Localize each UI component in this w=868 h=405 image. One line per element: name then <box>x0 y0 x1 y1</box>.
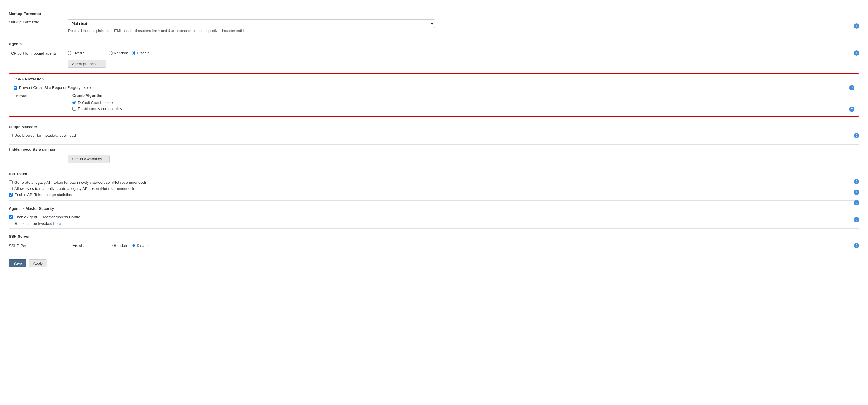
agent-master-help-icon[interactable]: ? <box>854 217 859 223</box>
default-crumb-row: Default Crumb Issuer <box>72 100 846 106</box>
plugin-manager-control: Use browser for metadata download <box>9 132 859 138</box>
settings-page: Markup Formatter Markup Formatter Plain … <box>0 0 868 273</box>
ssh-disable-option[interactable]: Disable <box>132 243 149 248</box>
proxy-compat-checkbox[interactable] <box>72 107 76 111</box>
security-warnings-spacer <box>9 155 68 156</box>
agent-master-row: Enable Agent → Master Access Control Rul… <box>9 212 859 227</box>
plugin-manager-help-icon[interactable]: ? <box>854 133 859 138</box>
csrf-prevent-control: Prevent Cross Site Request Forgery explo… <box>13 85 855 91</box>
ssh-random-radio[interactable] <box>109 244 113 247</box>
ssh-fixed-radio[interactable] <box>68 244 71 247</box>
api-token-help-icon-2[interactable]: ? <box>854 190 859 195</box>
markup-formatter-help-icon[interactable]: ? <box>854 24 859 29</box>
divider-1 <box>9 36 859 36</box>
agents-tcp-help-icon[interactable]: ? <box>854 50 859 56</box>
agent-master-checkbox-row: Enable Agent → Master Access Control <box>9 214 850 220</box>
markup-formatter-row: Markup Formatter Plain text HTML SafeHTM… <box>9 18 859 35</box>
agents-random-option[interactable]: Random <box>109 51 128 55</box>
divider-6 <box>9 200 859 201</box>
api-stats-label[interactable]: Enable API Token usage statistics <box>14 193 72 197</box>
agents-disable-option[interactable]: Disable <box>132 51 149 55</box>
agents-protocols-spacer <box>9 60 68 61</box>
agents-tcp-control: Fixed : Random Disable <box>68 49 859 56</box>
agents-protocols-control: Agent protocols... <box>68 60 859 68</box>
ssh-disable-label: Disable <box>136 243 149 248</box>
agent-master-label[interactable]: Enable Agent → Master Access Control <box>14 215 82 219</box>
proxy-compat-label[interactable]: Enable proxy compatibility <box>78 106 122 111</box>
agents-fixed-option[interactable]: Fixed : <box>68 51 84 55</box>
ssh-port-control: Fixed : Random Disable <box>68 242 859 249</box>
bottom-buttons-row: Save Apply <box>9 257 859 267</box>
default-crumb-label[interactable]: Default Crumb Issuer <box>78 100 114 105</box>
security-warnings-button[interactable]: Security warnings... <box>68 155 110 163</box>
apply-button[interactable]: Apply <box>29 260 47 267</box>
csrf-prevent-help-icon[interactable]: ? <box>849 85 855 90</box>
plugin-manager-section-title: Plugin Manager <box>9 122 859 131</box>
ssh-random-label: Random <box>114 243 128 248</box>
rules-link[interactable]: here <box>54 221 61 226</box>
hidden-security-section-title: Hidden security warnings <box>9 144 859 153</box>
markup-formatter-hint: Treats all input as plain text. HTML uns… <box>68 29 859 33</box>
api-legacy-checkbox[interactable] <box>9 180 12 184</box>
api-manual-checkbox-row: Allow users to manually create a legacy … <box>9 185 850 192</box>
markup-formatter-label: Markup Formatter <box>9 20 68 24</box>
api-token-section-title: API Token <box>9 169 859 178</box>
agents-protocols-row: Agent protocols... <box>9 58 859 70</box>
use-browser-checkbox-row: Use browser for metadata download <box>9 132 850 138</box>
agents-random-label: Random <box>114 51 128 55</box>
agent-master-checkbox[interactable] <box>9 215 12 219</box>
api-token-help-icon-1[interactable]: ? <box>854 179 859 184</box>
agents-random-radio[interactable] <box>109 51 113 55</box>
crumb-algorithm-section: Crumb Algorithm Default Crumb Issuer Ena… <box>72 93 846 112</box>
save-button[interactable]: Save <box>9 260 26 267</box>
markup-formatter-select[interactable]: Plain text HTML SafeHTML <box>68 20 435 28</box>
ssh-random-option[interactable]: Random <box>109 243 128 248</box>
agents-fixed-input[interactable] <box>88 49 105 56</box>
crumb-algorithm-title: Crumb Algorithm <box>72 93 846 98</box>
default-crumb-radio[interactable] <box>72 101 76 104</box>
agents-disable-label: Disable <box>136 51 149 55</box>
ssh-port-radio-group: Fixed : Random Disable <box>68 242 859 249</box>
ssh-fixed-option[interactable]: Fixed : <box>68 243 84 248</box>
use-browser-label[interactable]: Use browser for metadata download <box>14 133 76 138</box>
ssh-server-section-title: SSH Server <box>9 232 859 240</box>
security-warnings-control: Security warnings... <box>68 155 859 163</box>
agents-section-title: Agents <box>9 39 859 48</box>
agents-tcp-label: TCP port for inbound agents <box>9 50 68 56</box>
api-manual-label[interactable]: Allow users to manually create a legacy … <box>14 187 134 191</box>
csrf-prevent-checkbox[interactable] <box>13 86 17 90</box>
agent-master-section-title: Agent → Master Security <box>9 204 859 212</box>
csrf-section-title: CSRF Protection <box>13 77 855 83</box>
agent-protocols-button[interactable]: Agent protocols... <box>68 60 106 68</box>
api-stats-checkbox-row: Enable API Token usage statistics <box>9 192 850 198</box>
agents-fixed-label: Fixed : <box>72 51 84 55</box>
rules-text-row: Rules can be tweaked here <box>9 220 850 226</box>
api-token-help-icon-3[interactable]: ? <box>854 200 859 205</box>
agent-master-control: Enable Agent → Master Access Control Rul… <box>9 214 859 226</box>
csrf-prevent-checkbox-row: Prevent Cross Site Request Forgery explo… <box>13 85 846 91</box>
agents-fixed-radio[interactable] <box>68 51 71 55</box>
security-warnings-row: Security warnings... <box>9 153 859 165</box>
crumbs-row: Crumbs Crumb Algorithm Default Crumb Iss… <box>13 92 855 113</box>
agents-disable-radio[interactable] <box>132 51 135 55</box>
ssh-fixed-input[interactable] <box>88 242 105 249</box>
api-manual-checkbox[interactable] <box>9 187 12 191</box>
api-stats-checkbox[interactable] <box>9 193 12 197</box>
crumbs-label: Crumbs <box>13 93 72 98</box>
agents-tcp-row: TCP port for inbound agents Fixed : Rand… <box>9 48 859 58</box>
divider-4 <box>9 141 859 141</box>
proxy-compat-row: Enable proxy compatibility <box>72 106 846 112</box>
ssh-port-row: SSHD Port Fixed : Random Disable ? <box>9 240 859 250</box>
use-browser-checkbox[interactable] <box>9 134 12 137</box>
csrf-prevent-row: Prevent Cross Site Request Forgery explo… <box>13 83 855 92</box>
ssh-fixed-label: Fixed : <box>72 243 84 248</box>
divider-3 <box>9 119 859 119</box>
api-legacy-label[interactable]: Generate a legacy API token for each new… <box>14 180 146 184</box>
api-legacy-checkbox-row: Generate a legacy API token for each new… <box>9 179 850 185</box>
plugin-manager-row: Use browser for metadata download ? <box>9 131 859 140</box>
ssh-port-help-icon[interactable]: ? <box>854 243 859 248</box>
crumbs-help-icon[interactable]: ? <box>849 106 855 112</box>
csrf-prevent-label[interactable]: Prevent Cross Site Request Forgery explo… <box>19 86 95 90</box>
csrf-protection-box: CSRF Protection Prevent Cross Site Reque… <box>9 73 859 116</box>
ssh-disable-radio[interactable] <box>132 244 135 247</box>
